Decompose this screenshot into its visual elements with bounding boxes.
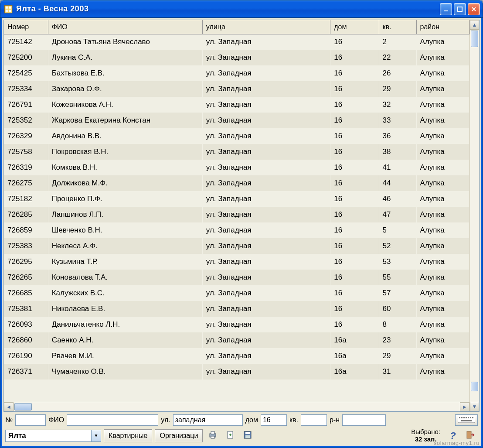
cell-street: ул. Западная bbox=[202, 238, 330, 254]
table-row[interactable]: 725425Бахтызова Е.В.ул. Западная1626Алуп… bbox=[4, 65, 469, 81]
col-header-house[interactable]: дом bbox=[330, 20, 379, 34]
table-row[interactable]: 726285Лапшинов Л.П.ул. Западная1647Алупк… bbox=[4, 207, 469, 222]
cell-fio: Дронова Татьяна Вячеславо bbox=[48, 34, 202, 50]
cell-street: ул. Западная bbox=[202, 175, 330, 191]
toolbar: Ялта ▼ Квартирные Организаци bbox=[3, 427, 480, 445]
filter-fio-input[interactable] bbox=[67, 414, 158, 426]
scroll-left-arrow-icon[interactable]: ◄ bbox=[4, 402, 14, 411]
cell-fio: Шевченко В.Н. bbox=[48, 222, 202, 238]
selection-status: Выбрано: 32 зап. bbox=[408, 428, 443, 443]
exit-icon bbox=[466, 430, 475, 441]
cell-street: ул. Западная bbox=[202, 332, 330, 348]
cell-house: 16 bbox=[330, 191, 379, 207]
v-scroll-thumb-top[interactable] bbox=[471, 31, 478, 47]
svg-rect-8 bbox=[459, 417, 460, 418]
filter-area-label: р-н bbox=[330, 416, 340, 424]
v-scroll-thumb-marker[interactable] bbox=[471, 382, 478, 391]
table-row[interactable]: 726860Саенко А.Н.ул. Западная16а23Алупка bbox=[4, 332, 469, 348]
col-header-apt[interactable]: кв. bbox=[379, 20, 416, 34]
vertical-scrollbar[interactable]: ▲ ▼ bbox=[469, 20, 479, 411]
table-row[interactable]: 726329Авдонина В.В.ул. Западная1636Алупк… bbox=[4, 128, 469, 144]
cell-apt: 55 bbox=[379, 270, 416, 285]
cell-number: 725352 bbox=[4, 113, 48, 128]
table-row[interactable]: 726265Коновалова Т.А.ул. Западная1655Алу… bbox=[4, 270, 469, 285]
cell-apt: 52 bbox=[379, 238, 416, 254]
col-header-number[interactable]: Номер bbox=[4, 20, 48, 34]
table-row[interactable]: 726791Кожевникова А.Н.ул. Западная1632Ал… bbox=[4, 97, 469, 113]
table-row[interactable]: 725352Жаркова Екатерина Констанул. Запад… bbox=[4, 113, 469, 128]
cell-number: 725425 bbox=[4, 65, 48, 81]
svg-rect-4 bbox=[9, 10, 11, 12]
exit-button[interactable] bbox=[463, 429, 478, 442]
filter-street-input[interactable] bbox=[173, 414, 243, 426]
cell-fio: Саенко А.Н. bbox=[48, 332, 202, 348]
minimize-button[interactable] bbox=[440, 3, 452, 15]
scroll-up-arrow-icon[interactable]: ▲ bbox=[470, 20, 479, 30]
city-combo[interactable]: Ялта ▼ bbox=[5, 430, 101, 442]
cell-apt: 57 bbox=[379, 285, 416, 301]
cell-street: ул. Западная bbox=[202, 317, 330, 332]
table-row[interactable]: 725381Николаева Е.В.ул. Западная1660Алуп… bbox=[4, 301, 469, 317]
table-row[interactable]: 725383Неклеса А.Ф.ул. Западная1652Алупка bbox=[4, 238, 469, 254]
cell-number: 725383 bbox=[4, 238, 48, 254]
organizations-button[interactable]: Организаци bbox=[155, 429, 203, 442]
cell-fio: Бахтызова Е.В. bbox=[48, 65, 202, 81]
col-header-fio[interactable]: ФИО bbox=[48, 20, 202, 34]
save-button[interactable] bbox=[240, 429, 255, 442]
table-row[interactable]: 725334Захарова О.Ф.ул. Западная1629Алупк… bbox=[4, 81, 469, 97]
col-header-street[interactable]: улица bbox=[202, 20, 330, 34]
filter-apt-input[interactable] bbox=[301, 414, 327, 426]
chevron-down-icon[interactable]: ▼ bbox=[91, 430, 101, 441]
cell-street: ул. Западная bbox=[202, 191, 330, 207]
svg-rect-21 bbox=[245, 432, 250, 434]
filter-bar: № ФИО ул. дом кв. р-н bbox=[3, 412, 480, 427]
cell-area: Алупка bbox=[416, 332, 469, 348]
table-row[interactable]: 726685Калужских В.С.ул. Западная1657Алуп… bbox=[4, 285, 469, 301]
table-row[interactable]: 726295Кузьмина Т.Р.ул. Западная1653Алупк… bbox=[4, 254, 469, 270]
table-row[interactable]: 725142Дронова Татьяна Вячеславоул. Запад… bbox=[4, 34, 469, 50]
close-button[interactable] bbox=[468, 3, 480, 15]
cell-number: 726371 bbox=[4, 364, 48, 380]
col-header-area[interactable]: район bbox=[416, 20, 469, 34]
filter-house-input[interactable] bbox=[261, 414, 287, 426]
table-row[interactable]: 726319Комкова В.Н.ул. Западная1641Алупка bbox=[4, 160, 469, 175]
export-button[interactable] bbox=[223, 429, 238, 442]
cell-area: Алупка bbox=[416, 348, 469, 364]
table-row[interactable]: 726859Шевченко В.Н.ул. Западная165Алупка bbox=[4, 222, 469, 238]
help-button[interactable]: ? bbox=[446, 429, 460, 442]
cell-number: 725381 bbox=[4, 301, 48, 317]
filter-area-input[interactable] bbox=[342, 414, 386, 426]
scroll-right-arrow-icon[interactable]: ► bbox=[460, 402, 469, 411]
apartments-button[interactable]: Квартирные bbox=[104, 429, 152, 442]
table-row[interactable]: 725182Проценко П.Ф.ул. Западная1646Алупк… bbox=[4, 191, 469, 207]
cell-house: 16 bbox=[330, 207, 379, 222]
cell-street: ул. Западная bbox=[202, 34, 330, 50]
cell-house: 16 bbox=[330, 160, 379, 175]
cell-apt: 31 bbox=[379, 364, 416, 380]
horizontal-scrollbar[interactable]: ◄ ► bbox=[4, 402, 469, 411]
table-row[interactable]: 726371Чумаченко О.В.ул. Западная16а31Алу… bbox=[4, 364, 469, 380]
table-row[interactable]: 725200Лукина С.А.ул. Западная1622Алупка bbox=[4, 50, 469, 65]
table-row[interactable]: 725758Покровская В.Н.ул. Западная1638Алу… bbox=[4, 144, 469, 160]
table-row[interactable]: 726093Данильчатенко Л.Н.ул. Западная168А… bbox=[4, 317, 469, 332]
cell-house: 16 bbox=[330, 222, 379, 238]
cell-street: ул. Западная bbox=[202, 270, 330, 285]
h-scroll-thumb[interactable] bbox=[14, 403, 32, 410]
print-button[interactable] bbox=[205, 429, 220, 442]
cell-house: 16 bbox=[330, 175, 379, 191]
cell-area: Алупка bbox=[416, 175, 469, 191]
svg-rect-11 bbox=[466, 417, 467, 418]
cell-fio: Рвачев М.И. bbox=[48, 348, 202, 364]
keyboard-button[interactable] bbox=[455, 414, 478, 426]
table-row[interactable]: 726275Должикова М.Ф.ул. Западная1644Алуп… bbox=[4, 175, 469, 191]
maximize-button[interactable] bbox=[454, 3, 466, 15]
filter-number-input[interactable] bbox=[15, 414, 46, 426]
titlebar[interactable]: Ялта - Весна 2003 bbox=[0, 0, 483, 18]
svg-rect-18 bbox=[211, 436, 214, 438]
scroll-down-arrow-icon[interactable]: ▼ bbox=[470, 402, 479, 411]
cell-house: 16 bbox=[330, 97, 379, 113]
table-row[interactable]: 726190Рвачев М.И.ул. Западная16а29Алупка bbox=[4, 348, 469, 364]
cell-fio: Лапшинов Л.П. bbox=[48, 207, 202, 222]
cell-street: ул. Западная bbox=[202, 207, 330, 222]
cell-number: 726295 bbox=[4, 254, 48, 270]
